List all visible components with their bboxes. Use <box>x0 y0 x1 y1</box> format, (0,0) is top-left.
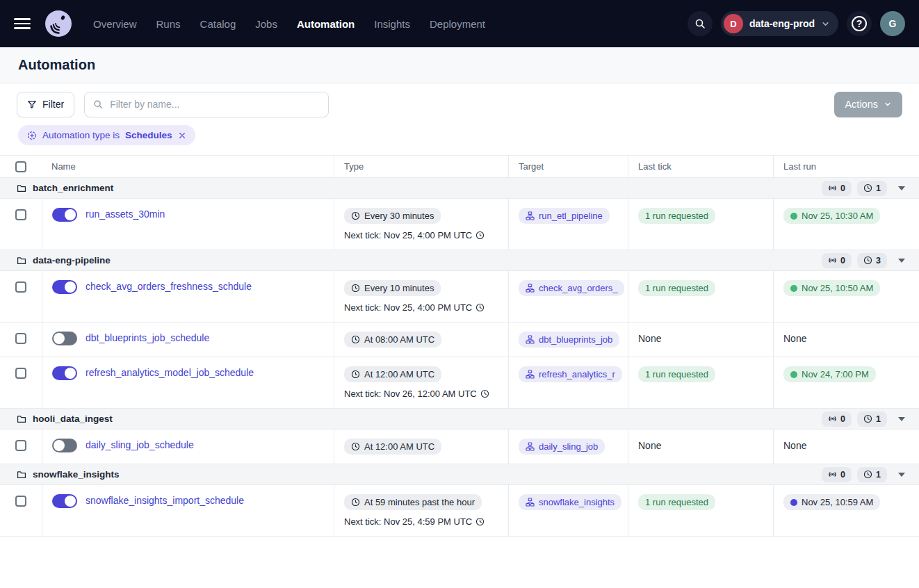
nav-item-insights[interactable]: Insights <box>374 18 410 30</box>
group-name: snowflake_insights <box>33 469 120 480</box>
next-tick-text: Next tick: Nov 25, 4:59 PM UTC <box>344 516 472 527</box>
last-run-cell: Nov 25, 10:50 AM <box>773 271 919 322</box>
last-run-time: Nov 24, 7:00 PM <box>802 369 869 379</box>
table-row: daily_sling_job_schedule At 12:00 AM UTC <box>0 430 919 464</box>
chevron-down-icon <box>821 19 830 28</box>
row-checkbox[interactable] <box>15 333 26 344</box>
filter-button-label: Filter <box>42 99 64 110</box>
nav-item-catalog[interactable]: Catalog <box>200 18 236 30</box>
last-tick-status-pill[interactable]: 1 run requested <box>638 280 715 296</box>
schedule-name-link[interactable]: run_assets_30min <box>86 209 165 220</box>
folder-icon <box>17 414 26 424</box>
nav-item-automation[interactable]: Automation <box>297 18 355 30</box>
last-tick-cell: 1 run requested <box>628 199 773 250</box>
automation-type-filter-chip[interactable]: Automation type is Schedules <box>18 125 195 145</box>
row-checkbox[interactable] <box>15 440 26 451</box>
nav-item-jobs[interactable]: Jobs <box>255 18 277 30</box>
column-header-name: Name <box>42 156 334 177</box>
schedule-type-pill: At 59 minutes past the hour <box>344 494 482 510</box>
next-tick: Next tick: Nov 25, 4:00 PM UTC <box>344 302 498 313</box>
last-tick-cell: None <box>628 430 773 464</box>
clock-icon <box>863 414 872 423</box>
last-run-cell: Nov 25, 10:30 AM <box>773 199 919 250</box>
collapse-caret-icon[interactable] <box>898 473 905 477</box>
collapse-caret-icon[interactable] <box>898 259 905 263</box>
schedule-type-pill: Every 10 minutes <box>344 280 441 296</box>
search-icon[interactable] <box>688 11 713 36</box>
nav-item-overview[interactable]: Overview <box>93 18 137 30</box>
last-run-pill[interactable]: Nov 25, 10:30 AM <box>783 208 880 224</box>
schedule-name-link[interactable]: dbt_blueprints_job_schedule <box>86 332 209 343</box>
table-row: dbt_blueprints_job_schedule At 08:00 AM … <box>0 322 919 357</box>
filter-button[interactable]: Filter <box>17 92 74 117</box>
nav-item-runs[interactable]: Runs <box>156 18 181 30</box>
group-row[interactable]: snowflake_insights 0 1 <box>0 464 919 485</box>
schedule-name-link[interactable]: refresh_analytics_model_job_schedule <box>86 367 254 378</box>
last-run-pill[interactable]: Nov 25, 10:50 AM <box>783 280 880 296</box>
last-tick-status-pill[interactable]: 1 run requested <box>638 494 715 510</box>
schedule-toggle[interactable] <box>52 208 77 222</box>
sensor-icon <box>828 414 837 423</box>
schedule-toggle[interactable] <box>52 439 77 452</box>
collapse-caret-icon[interactable] <box>898 417 905 421</box>
schedule-toggle[interactable] <box>52 494 77 508</box>
column-header-target: Target <box>508 156 628 177</box>
last-tick-status-pill[interactable]: 1 run requested <box>638 366 715 382</box>
job-graph-icon <box>526 211 535 220</box>
row-checkbox[interactable] <box>15 209 26 220</box>
target-job-pill[interactable]: run_etl_pipeline <box>519 208 610 224</box>
next-tick-text: Next tick: Nov 26, 12:00 AM UTC <box>344 389 477 399</box>
schedule-name-link[interactable]: daily_sling_job_schedule <box>86 439 194 450</box>
menu-icon[interactable] <box>14 18 31 29</box>
top-nav: OverviewRunsCatalogJobsAutomationInsight… <box>0 0 919 47</box>
target-job-pill[interactable]: check_avg_orders_ <box>519 280 624 296</box>
clock-icon <box>351 498 360 507</box>
nav-links: OverviewRunsCatalogJobsAutomationInsight… <box>93 18 485 30</box>
clock-icon <box>475 303 485 312</box>
group-row[interactable]: hooli_data_ingest 0 1 <box>0 409 919 430</box>
sensor-count-badge: 0 <box>822 411 852 427</box>
name-filter-input[interactable] <box>108 98 320 111</box>
target-job-pill[interactable]: refresh_analytics_r <box>519 366 622 382</box>
last-run-cell: Nov 25, 10:59 AM <box>773 485 919 536</box>
row-checkbox[interactable] <box>15 496 26 507</box>
remove-filter-icon[interactable] <box>178 131 186 140</box>
schedule-name-link[interactable]: snowflake_insights_import_schedule <box>86 495 244 506</box>
schedule-name-link[interactable]: check_avg_orders_freshness_schdule <box>86 281 252 292</box>
group-row[interactable]: data-eng-pipeline 0 3 <box>0 250 919 271</box>
last-tick-status-pill[interactable]: 1 run requested <box>638 208 715 224</box>
deployment-switcher[interactable]: D data-eng-prod <box>721 11 838 36</box>
dagster-logo-icon[interactable] <box>44 10 72 38</box>
next-tick: Next tick: Nov 25, 4:00 PM UTC <box>344 230 498 240</box>
nav-item-deployment[interactable]: Deployment <box>430 18 485 30</box>
clock-icon <box>351 211 360 220</box>
page-title: Automation <box>18 57 95 73</box>
select-all-checkbox[interactable] <box>15 161 26 172</box>
collapse-caret-icon[interactable] <box>898 186 905 190</box>
deployment-initial: D <box>724 14 743 33</box>
last-run-pill[interactable]: Nov 25, 10:59 AM <box>783 494 880 510</box>
next-tick: Next tick: Nov 25, 4:59 PM UTC <box>344 516 498 527</box>
target-job-pill[interactable]: snowflake_insights <box>519 494 621 510</box>
target-job-pill[interactable]: dbt_blueprints_job <box>519 332 619 348</box>
actions-button[interactable]: Actions <box>834 92 902 117</box>
group-row[interactable]: batch_enrichment 0 1 <box>0 178 919 199</box>
row-checkbox[interactable] <box>15 281 26 293</box>
last-run-pill[interactable]: Nov 24, 7:00 PM <box>783 366 876 382</box>
name-filter-field[interactable] <box>84 92 329 117</box>
schedule-count-badge: 3 <box>857 253 887 268</box>
target-job-pill[interactable]: daily_sling_job <box>519 439 605 455</box>
schedule-count: 1 <box>876 414 881 424</box>
table-body: batch_enrichment 0 1 <box>0 178 919 537</box>
table-row: check_avg_orders_freshness_schdule Every… <box>0 271 919 322</box>
schedule-count-badge: 1 <box>857 181 887 196</box>
help-icon[interactable]: ? <box>847 11 872 36</box>
schedule-toggle[interactable] <box>52 280 77 294</box>
schedule-toggle[interactable] <box>52 366 77 380</box>
user-avatar[interactable]: G <box>880 11 905 36</box>
clock-icon <box>863 256 872 265</box>
row-checkbox[interactable] <box>15 368 26 379</box>
schedule-toggle[interactable] <box>52 332 77 345</box>
schedule-count: 1 <box>876 470 881 480</box>
last-run-cell: Nov 24, 7:00 PM <box>773 357 919 408</box>
